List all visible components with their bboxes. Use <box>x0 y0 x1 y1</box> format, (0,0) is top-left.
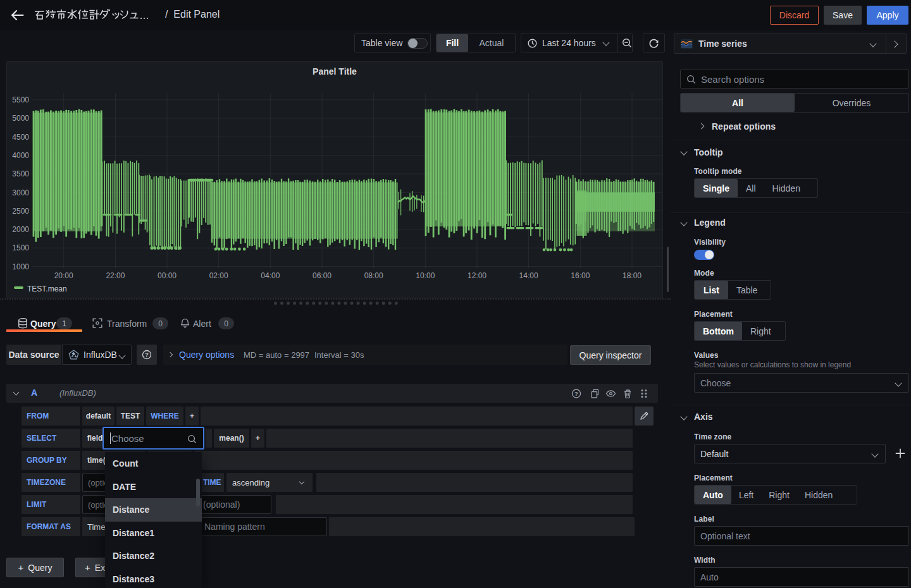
svg-text:22:00: 22:00 <box>106 271 125 280</box>
svg-text:2000: 2000 <box>12 225 29 234</box>
svg-text:?: ? <box>145 351 149 358</box>
svg-text:5000: 5000 <box>12 114 29 123</box>
svg-text:1500: 1500 <box>12 243 29 252</box>
svg-text:10:00: 10:00 <box>416 271 435 280</box>
svg-text:3500: 3500 <box>12 169 29 178</box>
svg-text:4500: 4500 <box>12 133 29 142</box>
svg-text:3000: 3000 <box>12 188 29 197</box>
svg-text:02:00: 02:00 <box>209 271 228 280</box>
svg-text:12:00: 12:00 <box>468 271 486 280</box>
svg-text:18:00: 18:00 <box>623 271 641 280</box>
svg-text:1000: 1000 <box>12 262 29 271</box>
svg-text:2500: 2500 <box>12 207 29 216</box>
svg-text:20:00: 20:00 <box>54 271 73 280</box>
svg-text:00:00: 00:00 <box>158 271 177 280</box>
svg-text:TEST.mean: TEST.mean <box>27 285 67 293</box>
svg-text:04:00: 04:00 <box>261 271 280 280</box>
svg-text:16:00: 16:00 <box>571 271 590 280</box>
svg-text:14:00: 14:00 <box>519 271 538 280</box>
svg-text:?: ? <box>574 390 578 397</box>
svg-text:5500: 5500 <box>12 95 29 104</box>
svg-text:4000: 4000 <box>12 151 29 160</box>
svg-text:08:00: 08:00 <box>364 271 383 280</box>
svg-text:06:00: 06:00 <box>313 271 332 280</box>
